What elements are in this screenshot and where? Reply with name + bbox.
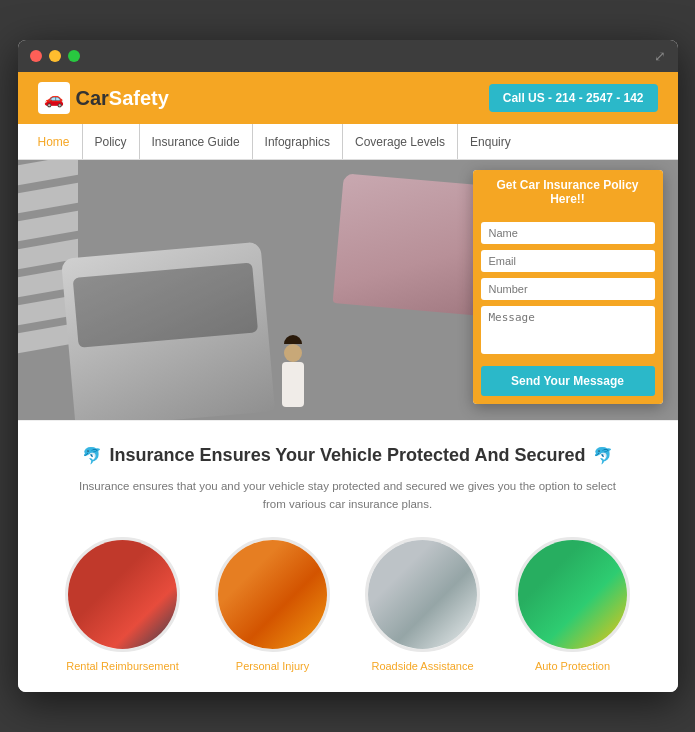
hero-section: Get Car Insurance Policy Here!! Send You… xyxy=(18,160,678,420)
service-item-injury: Personal Injury xyxy=(213,537,333,672)
maximize-button[interactable] xyxy=(68,50,80,62)
section-title-text: Insurance Ensures Your Vehicle Protected… xyxy=(110,445,586,466)
wave-icon-right: 🐬 xyxy=(593,446,613,465)
logo-safety: Safety xyxy=(109,87,169,109)
minimize-button[interactable] xyxy=(49,50,61,62)
contact-form-card: Get Car Insurance Policy Here!! Send You… xyxy=(473,170,663,404)
car-icon: 🚗 xyxy=(44,89,64,108)
person-figure xyxy=(278,335,308,405)
service-circle-injury xyxy=(215,537,330,652)
service-circle-rental xyxy=(65,537,180,652)
car-silver xyxy=(60,242,274,420)
name-input[interactable] xyxy=(481,222,655,244)
service-item-auto: Auto Protection xyxy=(513,537,633,672)
logo-icon: 🚗 xyxy=(38,82,70,114)
service-label-injury: Personal Injury xyxy=(236,660,309,672)
contact-form-title: Get Car Insurance Policy Here!! xyxy=(473,170,663,214)
nav-item-coverage-levels[interactable]: Coverage Levels xyxy=(343,124,458,159)
send-message-button[interactable]: Send Your Message xyxy=(481,366,655,396)
number-input[interactable] xyxy=(481,278,655,300)
nav-item-policy[interactable]: Policy xyxy=(83,124,140,159)
service-item-rental: Rental Reimbursement xyxy=(63,537,183,672)
moto-image xyxy=(218,540,327,649)
logo-text: CarSafety xyxy=(76,87,169,110)
nav-item-infographics[interactable]: Infographics xyxy=(253,124,343,159)
browser-titlebar: ⤢ xyxy=(18,40,678,72)
nav-item-home[interactable]: Home xyxy=(38,124,83,159)
police-car-image xyxy=(518,540,627,649)
service-item-roadside: Roadside Assistance xyxy=(363,537,483,672)
call-button[interactable]: Call US - 214 - 2547 - 142 xyxy=(489,84,658,112)
section-description: Insurance ensures that you and your vehi… xyxy=(68,478,628,513)
nav-item-insurance-guide[interactable]: Insurance Guide xyxy=(140,124,253,159)
wave-icon-left: 🐬 xyxy=(82,446,102,465)
nav-item-enquiry[interactable]: Enquiry xyxy=(458,124,523,159)
section-title: 🐬 Insurance Ensures Your Vehicle Protect… xyxy=(38,445,658,466)
contact-form-body: Send Your Message xyxy=(473,214,663,404)
small-car-image xyxy=(368,540,477,649)
site-header: 🚗 CarSafety Call US - 214 - 2547 - 142 xyxy=(18,72,678,124)
service-label-auto: Auto Protection xyxy=(535,660,610,672)
service-label-roadside: Roadside Assistance xyxy=(371,660,473,672)
logo: 🚗 CarSafety xyxy=(38,82,169,114)
service-circle-roadside xyxy=(365,537,480,652)
service-circle-auto xyxy=(515,537,630,652)
services-grid: Rental Reimbursement Personal Injury Roa… xyxy=(38,537,658,672)
email-input[interactable] xyxy=(481,250,655,272)
truck-image xyxy=(68,540,177,649)
expand-icon: ⤢ xyxy=(654,48,666,64)
browser-window: ⤢ 🚗 CarSafety Call US - 214 - 2547 - 142… xyxy=(18,40,678,692)
logo-car: Car xyxy=(76,87,109,109)
close-button[interactable] xyxy=(30,50,42,62)
service-label-rental: Rental Reimbursement xyxy=(66,660,179,672)
message-input[interactable] xyxy=(481,306,655,354)
site-navigation: Home Policy Insurance Guide Infographics… xyxy=(18,124,678,160)
main-content: 🐬 Insurance Ensures Your Vehicle Protect… xyxy=(18,421,678,692)
